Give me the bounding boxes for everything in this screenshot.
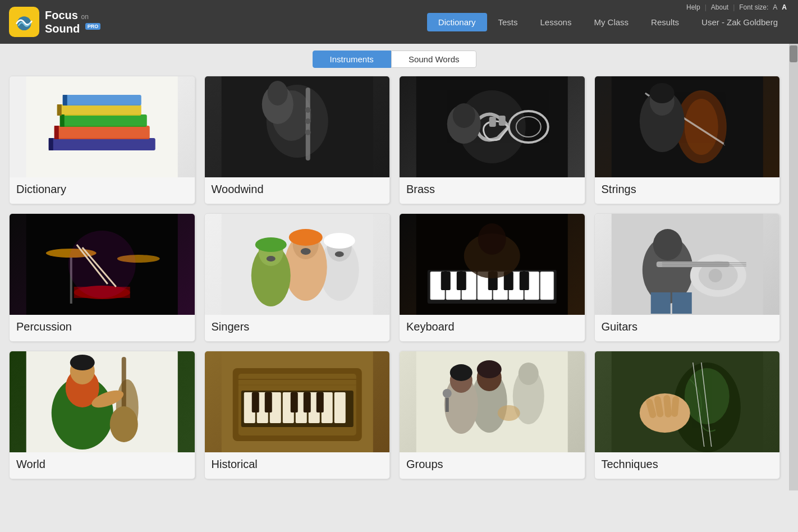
card-label: Keyboard bbox=[400, 315, 585, 341]
svg-point-86 bbox=[708, 269, 722, 282]
card-label: Singers bbox=[205, 315, 390, 341]
svg-rect-74 bbox=[520, 272, 529, 290]
scrollbar-thumb[interactable] bbox=[790, 45, 797, 62]
card-label: Woodwind bbox=[205, 177, 390, 204]
card-woodwind[interactable]: Woodwind bbox=[204, 76, 391, 204]
svg-rect-5 bbox=[60, 114, 147, 127]
svg-point-119 bbox=[519, 363, 539, 385]
card-image-percussion bbox=[10, 214, 195, 315]
svg-rect-7 bbox=[63, 95, 141, 106]
card-singers[interactable]: Singers bbox=[204, 213, 391, 342]
svg-point-79 bbox=[653, 229, 682, 260]
svg-point-17 bbox=[305, 107, 310, 113]
svg-rect-4 bbox=[54, 126, 150, 139]
main-nav: Dictionary Tests Lessons My Class Result… bbox=[427, 13, 789, 31]
svg-point-50 bbox=[323, 233, 355, 249]
svg-rect-109 bbox=[334, 392, 345, 423]
svg-rect-9 bbox=[54, 126, 59, 139]
card-grid: Dictionary Woodwind bbox=[9, 76, 780, 479]
card-image-keyboard bbox=[400, 214, 585, 315]
svg-point-76 bbox=[478, 223, 506, 255]
tab-bar: Instruments Sound Words bbox=[9, 51, 780, 68]
nav-dictionary[interactable]: Dictionary bbox=[427, 13, 487, 31]
card-label: Brass bbox=[400, 177, 585, 204]
svg-point-29 bbox=[453, 103, 475, 128]
nav-tests[interactable]: Tests bbox=[487, 13, 529, 31]
svg-point-127 bbox=[443, 389, 452, 398]
card-historical[interactable]: Historical bbox=[204, 351, 391, 479]
svg-point-32 bbox=[684, 99, 718, 155]
top-bar: Help | About | Font size: A A bbox=[686, 3, 787, 11]
card-image-guitars bbox=[595, 214, 780, 315]
svg-rect-8 bbox=[49, 138, 53, 150]
font-small-button[interactable]: A bbox=[773, 3, 777, 11]
svg-point-21 bbox=[267, 81, 287, 106]
svg-point-37 bbox=[649, 83, 674, 103]
card-image-world bbox=[10, 351, 195, 452]
logo-area: Focus on Sound PRO bbox=[9, 7, 100, 37]
card-image-techniques bbox=[595, 351, 780, 452]
card-world[interactable]: World bbox=[9, 351, 195, 479]
tab-instruments[interactable]: Instruments bbox=[313, 51, 391, 68]
card-brass[interactable]: Brass bbox=[399, 76, 585, 204]
header: Help | About | Font size: A A Focus on S… bbox=[0, 0, 798, 44]
svg-point-126 bbox=[450, 364, 473, 381]
card-image-singers bbox=[205, 214, 390, 315]
svg-point-122 bbox=[477, 360, 502, 378]
card-label: Guitars bbox=[595, 315, 780, 341]
card-image-historical bbox=[205, 351, 390, 452]
card-dictionary[interactable]: Dictionary bbox=[9, 76, 195, 204]
svg-rect-113 bbox=[303, 392, 310, 412]
svg-point-131 bbox=[684, 368, 729, 424]
svg-rect-3 bbox=[49, 138, 155, 150]
tab-sound-words[interactable]: Sound Words bbox=[391, 51, 477, 68]
nav-user[interactable]: User - Zak Goldberg bbox=[690, 13, 789, 31]
card-strings[interactable]: Strings bbox=[594, 76, 781, 204]
about-link[interactable]: About bbox=[711, 3, 728, 11]
svg-point-123 bbox=[498, 405, 520, 421]
svg-point-46 bbox=[68, 231, 136, 298]
help-link[interactable]: Help bbox=[686, 3, 700, 11]
card-label: Techniques bbox=[595, 452, 780, 479]
card-keyboard[interactable]: Keyboard bbox=[399, 213, 585, 342]
card-techniques[interactable]: Techniques bbox=[594, 351, 781, 479]
svg-rect-87 bbox=[650, 292, 670, 314]
nav-results[interactable]: Results bbox=[640, 13, 690, 31]
svg-rect-26 bbox=[489, 117, 496, 127]
card-guitars[interactable]: Guitars bbox=[594, 213, 781, 342]
card-label: Percussion bbox=[10, 315, 195, 341]
svg-point-56 bbox=[255, 237, 286, 252]
main-content: Instruments Sound Words Dictionary bbox=[0, 44, 789, 490]
svg-point-53 bbox=[288, 229, 322, 246]
svg-point-18 bbox=[305, 118, 310, 124]
svg-point-58 bbox=[300, 248, 310, 255]
svg-rect-114 bbox=[316, 392, 323, 412]
card-percussion[interactable]: Percussion bbox=[9, 213, 195, 342]
svg-rect-88 bbox=[672, 292, 691, 314]
scrollbar-track[interactable] bbox=[789, 44, 798, 490]
svg-rect-111 bbox=[264, 392, 272, 412]
svg-point-57 bbox=[334, 251, 343, 257]
svg-rect-12 bbox=[63, 95, 67, 106]
logo-text: Focus on Sound PRO bbox=[45, 8, 100, 35]
card-label: Strings bbox=[595, 177, 780, 204]
card-label: Historical bbox=[205, 452, 390, 479]
card-image-groups bbox=[400, 351, 585, 452]
svg-rect-69 bbox=[540, 272, 554, 300]
page-wrapper: Instruments Sound Words Dictionary bbox=[0, 44, 798, 490]
pro-badge: PRO bbox=[85, 23, 101, 30]
svg-rect-70 bbox=[441, 272, 451, 290]
svg-rect-10 bbox=[60, 114, 65, 127]
logo-icon[interactable] bbox=[9, 7, 39, 37]
svg-rect-6 bbox=[57, 104, 141, 116]
card-image-brass bbox=[400, 76, 585, 177]
card-groups[interactable]: Groups bbox=[399, 351, 585, 479]
nav-lessons[interactable]: Lessons bbox=[529, 13, 583, 31]
svg-rect-128 bbox=[446, 398, 449, 412]
svg-rect-112 bbox=[290, 392, 297, 412]
svg-point-59 bbox=[266, 256, 275, 262]
font-large-button[interactable]: A bbox=[782, 3, 787, 11]
svg-rect-11 bbox=[57, 104, 62, 116]
card-image-strings bbox=[595, 76, 780, 177]
nav-myclass[interactable]: My Class bbox=[583, 13, 640, 31]
